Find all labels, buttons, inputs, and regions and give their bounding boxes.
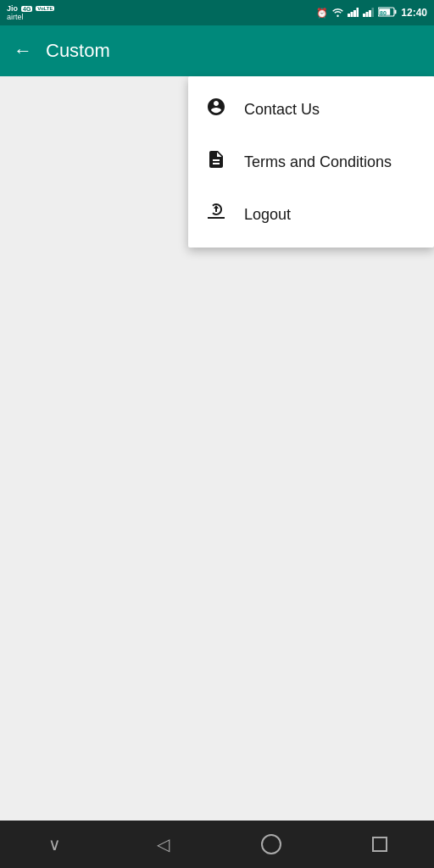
carrier-info: Jio 4G VoLTE airtel bbox=[7, 4, 54, 21]
terms-label: Terms and Conditions bbox=[244, 153, 392, 171]
nav-down-button[interactable]: ∨ bbox=[29, 827, 80, 861]
wifi-icon bbox=[332, 8, 343, 19]
bottom-navigation: ∨ ◁ bbox=[0, 821, 434, 868]
carrier2-name: airtel bbox=[7, 13, 54, 21]
nav-recent-button[interactable] bbox=[354, 827, 405, 861]
contact-us-label: Contact Us bbox=[244, 101, 320, 119]
app-bar: ← Custom bbox=[0, 25, 434, 76]
contact-us-icon bbox=[205, 97, 227, 122]
status-bar: Jio 4G VoLTE airtel ⏰ bbox=[0, 0, 434, 25]
back-nav-icon: ◁ bbox=[157, 834, 170, 854]
alarm-icon: ⏰ bbox=[316, 8, 328, 19]
menu-item-contact-us[interactable]: Contact Us bbox=[188, 83, 434, 136]
menu-item-logout[interactable]: Logout bbox=[188, 188, 434, 241]
home-icon bbox=[261, 834, 281, 854]
battery-icon: 80 bbox=[378, 7, 397, 19]
svg-rect-3 bbox=[357, 8, 359, 17]
logout-icon bbox=[205, 202, 227, 227]
back-button[interactable]: ← bbox=[14, 42, 32, 60]
svg-text:80: 80 bbox=[380, 10, 387, 16]
nav-home-button[interactable] bbox=[246, 827, 297, 861]
signal-icon bbox=[348, 8, 359, 19]
dropdown-menu: Contact Us Terms and Conditions Logout bbox=[188, 76, 434, 248]
nav-back-button[interactable]: ◁ bbox=[137, 827, 188, 861]
4g-badge: 4G bbox=[21, 6, 32, 12]
chevron-down-icon: ∨ bbox=[48, 834, 61, 854]
svg-rect-5 bbox=[366, 12, 369, 17]
signal2-icon bbox=[363, 8, 374, 19]
terms-icon bbox=[205, 149, 227, 175]
menu-item-terms[interactable]: Terms and Conditions bbox=[188, 136, 434, 188]
volte-badge: VoLTE bbox=[36, 6, 54, 11]
app-title: Custom bbox=[46, 40, 420, 62]
svg-rect-2 bbox=[353, 10, 356, 17]
carrier1-name: Jio bbox=[7, 4, 18, 13]
svg-rect-4 bbox=[363, 14, 365, 17]
svg-rect-7 bbox=[372, 8, 375, 17]
svg-rect-6 bbox=[369, 10, 371, 17]
status-icons: ⏰ bbox=[316, 7, 427, 19]
svg-rect-1 bbox=[351, 12, 353, 17]
svg-rect-9 bbox=[395, 10, 397, 14]
time-display: 12:40 bbox=[401, 7, 427, 19]
svg-rect-0 bbox=[348, 14, 350, 17]
logout-label: Logout bbox=[244, 206, 291, 224]
recent-apps-icon bbox=[372, 837, 387, 852]
